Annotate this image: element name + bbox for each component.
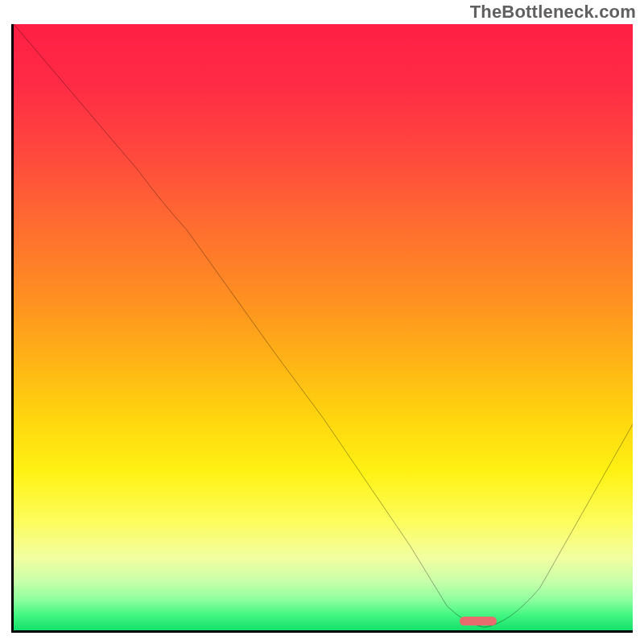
curve-line xyxy=(14,24,633,627)
watermark-text: TheBottleneck.com xyxy=(470,2,636,23)
optimum-marker xyxy=(460,617,497,625)
chart-plot-area xyxy=(11,24,633,633)
chart-curve xyxy=(14,24,633,630)
